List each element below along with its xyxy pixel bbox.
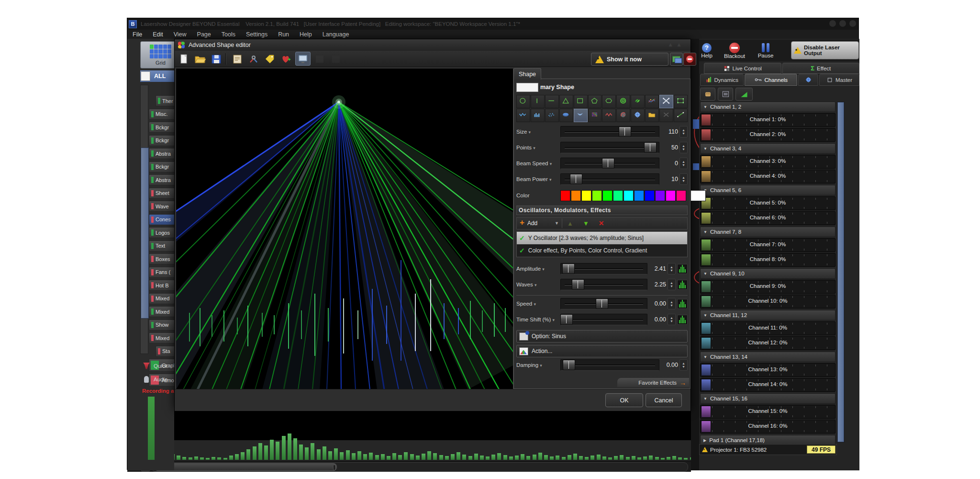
sidebar-scrollbar[interactable] <box>140 85 148 354</box>
delete-effect-button[interactable]: ✕ <box>599 219 604 227</box>
channel-group-header[interactable]: ▼Channel 13, 14 <box>700 352 835 362</box>
color-swatch-5[interactable] <box>613 190 623 201</box>
channel-handle[interactable] <box>701 171 711 182</box>
channel-handle[interactable] <box>701 406 711 418</box>
channel-handle[interactable] <box>701 296 711 308</box>
blackout-button[interactable]: Blackout <box>717 40 752 61</box>
channel-slider[interactable]: Channel 6: 0% <box>700 211 835 225</box>
favorite-effects-button[interactable]: Favorite Effects → <box>617 378 689 387</box>
beam-power-spinner[interactable]: ▲▼ <box>679 173 688 185</box>
channel-handle[interactable] <box>701 156 711 168</box>
save-button[interactable] <box>209 52 223 65</box>
channel-group-header[interactable]: ▼Channel 11, 12 <box>700 310 835 320</box>
tab-live-control[interactable]: Live Control <box>704 63 781 74</box>
damping-slider-handle[interactable] <box>563 360 575 370</box>
menu-item-edit[interactable]: Edit <box>147 30 168 39</box>
channel-handle[interactable] <box>701 129 711 141</box>
channel-handle[interactable] <box>701 421 711 433</box>
beam-power-slider-track[interactable] <box>560 173 659 185</box>
stop-output-button[interactable] <box>683 53 696 66</box>
channel-group-header[interactable]: ▼Channel 1, 2 <box>700 102 835 112</box>
damping-spinner[interactable]: ▲▼ <box>679 359 688 371</box>
size-slider-track[interactable] <box>560 126 659 137</box>
time-shift--oscilloscope-button[interactable] <box>677 315 688 325</box>
beam-power-label[interactable]: Beam Power ▾ <box>516 176 560 182</box>
amplitude-spinner[interactable]: ▲▼ <box>668 263 676 274</box>
tab-dynamics[interactable]: Dynamics <box>700 74 744 86</box>
open-button[interactable] <box>193 52 207 65</box>
square-shape-button[interactable] <box>574 95 588 108</box>
pause-button[interactable]: Pause <box>752 40 780 61</box>
menu-item-tools[interactable]: Tools <box>216 30 241 39</box>
effect-item-0[interactable]: ✓Y Oscillator [2.3 waves; 2% amplitude; … <box>517 232 687 244</box>
channel-group-header[interactable]: ▼Channel 15, 16 <box>700 393 835 404</box>
speed-slider-track[interactable] <box>560 298 647 309</box>
size-spinner[interactable]: ▲▼ <box>679 126 688 137</box>
damping-label[interactable]: Damping ▾ <box>516 362 560 368</box>
circle-shape-button[interactable] <box>516 95 530 108</box>
color-swatch-1[interactable] <box>571 190 581 201</box>
scatter-shape-button[interactable] <box>545 109 559 122</box>
speed-label[interactable]: Speed ▾ <box>516 301 560 307</box>
channel-slider[interactable]: Channel 5: 0% <box>700 196 835 210</box>
menu-item-language[interactable]: Language <box>317 30 355 39</box>
projection-zones-button[interactable] <box>670 53 683 66</box>
channel-handle[interactable] <box>701 281 711 293</box>
time-shift--spinner[interactable]: ▲▼ <box>668 314 676 325</box>
channel-slider[interactable]: Channel 10: 0% <box>700 295 835 308</box>
points-label[interactable]: Points ▾ <box>516 145 560 150</box>
beam-speed-spinner[interactable]: ▲▼ <box>679 158 688 169</box>
pentagon-shape-button[interactable] <box>588 95 602 108</box>
waves-slider-handle[interactable] <box>572 279 584 290</box>
amplitude-slider-track[interactable] <box>560 263 647 274</box>
cross-beams-shape-button[interactable] <box>659 95 673 108</box>
beam-power-slider-handle[interactable] <box>570 174 582 184</box>
channel-slider[interactable]: Channel 3: 0% <box>700 155 835 169</box>
scroll-handle[interactable] <box>154 463 337 471</box>
channel-slider[interactable]: Channel 7: 0% <box>700 238 835 252</box>
color-swatch-3[interactable] <box>592 190 602 201</box>
channel-group-header[interactable]: ▼Channel 9, 10 <box>700 268 835 279</box>
channel-slider[interactable]: Channel 11: 0% <box>700 321 835 335</box>
beam-speed-label[interactable]: Beam Speed ▾ <box>516 160 560 166</box>
help-button[interactable]: ? Help <box>699 40 717 61</box>
tab-shape[interactable]: Shape <box>513 68 541 80</box>
laser-preview[interactable] <box>176 68 513 390</box>
channel-slider[interactable]: Channel 14: 0% <box>700 378 835 392</box>
effect-item-1[interactable]: ✓Color effect, By Points, Color Control,… <box>517 244 687 257</box>
tag-button[interactable] <box>263 52 277 65</box>
time-shift--slider-track[interactable] <box>560 314 647 325</box>
points-slider-handle[interactable] <box>644 142 657 153</box>
time-shift--slider-handle[interactable] <box>560 314 573 325</box>
points-slider-track[interactable] <box>560 142 659 153</box>
menu-item-file[interactable]: File <box>127 30 147 39</box>
bowl-shape-button[interactable] <box>574 109 588 122</box>
menu-item-settings[interactable]: Settings <box>241 30 273 39</box>
channel-handle[interactable] <box>701 337 711 349</box>
speed-oscilloscope-button[interactable] <box>677 299 688 309</box>
speed-spinner[interactable]: ▲▼ <box>668 298 676 309</box>
dialog-title-buttons[interactable]: ▲▲ <box>668 41 685 48</box>
channel-handle[interactable] <box>701 212 711 224</box>
waves-label[interactable]: Waves ▾ <box>516 282 560 287</box>
channel-tool-2-button[interactable] <box>718 88 733 101</box>
wave-shape-button[interactable] <box>516 109 530 122</box>
window-titlebar[interactable]: B Lasershow Designer BEYOND Essential Ve… <box>127 18 858 30</box>
dotgrid-shape-button[interactable] <box>588 109 602 122</box>
beam-speed-slider-track[interactable] <box>560 158 659 169</box>
vline-shape-button[interactable] <box>531 95 545 108</box>
tab-effect[interactable]: Σ Effect <box>782 63 860 74</box>
amplitude-slider-handle[interactable] <box>562 263 575 274</box>
channel-slider[interactable]: Channel 4: 0% <box>700 170 835 183</box>
projection-button[interactable] <box>295 52 311 66</box>
all-checkbox[interactable] <box>141 71 150 81</box>
hexagon-shape-button[interactable] <box>602 95 616 108</box>
action-button[interactable]: Action... <box>516 345 688 357</box>
cancel-button[interactable]: Cancel <box>646 393 682 407</box>
dialog-titlebar[interactable]: Advanced Shape editor ▲▲ <box>175 39 690 51</box>
channel-group-header[interactable]: ▼Channel 5, 6 <box>700 185 835 195</box>
color-swatch-9[interactable] <box>655 190 665 201</box>
channel-slider[interactable]: Channel 9: 0% <box>700 280 835 294</box>
channel-scrollbar[interactable] <box>837 102 845 443</box>
bars-shape-button[interactable] <box>531 109 545 122</box>
